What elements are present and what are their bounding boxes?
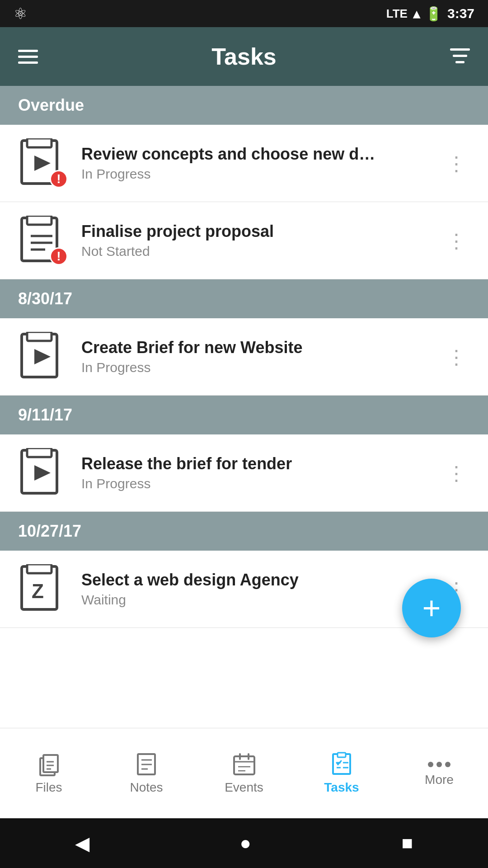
files-icon [37, 752, 61, 777]
section-header: 10/27/17 [0, 512, 488, 551]
nav-item-events[interactable]: Events [195, 752, 293, 795]
task-icon-wrap: ! [18, 138, 68, 188]
task-info: Finalise project proposalNot Started [81, 222, 442, 259]
task-icon-wrap: Z [18, 564, 68, 614]
svg-rect-2 [455, 61, 465, 63]
task-info: Release the brief for tenderIn Progress [81, 454, 442, 491]
add-task-fab[interactable]: + [402, 579, 461, 637]
task-status: In Progress [81, 476, 442, 491]
status-bar: ⚛ LTE ▴ 🔋 3:37 [0, 0, 488, 27]
task-options-button[interactable]: ⋮ [442, 341, 470, 373]
task-info: Select a web design AgencyWaiting [81, 571, 442, 608]
task-title: Finalise project proposal [81, 222, 442, 241]
status-bar-right: LTE ▴ 🔋 3:37 [386, 6, 474, 22]
task-icon-wrap [18, 332, 68, 382]
task-options-button[interactable]: ⋮ [442, 457, 470, 489]
svg-rect-1 [453, 55, 467, 57]
nav-item-more[interactable]: More [390, 760, 488, 787]
section-header: 9/11/17 [0, 396, 488, 434]
task-item[interactable]: Release the brief for tenderIn Progress⋮ [0, 434, 488, 512]
svg-rect-15 [27, 448, 52, 457]
task-item[interactable]: !Finalise project proposalNot Started⋮ [0, 202, 488, 279]
task-item[interactable]: !Review concepts and choose new d…In Pro… [0, 125, 488, 202]
task-status: In Progress [81, 166, 442, 182]
tasks-icon [329, 752, 354, 777]
lte-icon: LTE [386, 7, 408, 21]
task-title: Release the brief for tender [81, 454, 442, 473]
glasses-icon: ⚛ [14, 5, 27, 23]
nav-item-tasks[interactable]: Tasks [293, 752, 390, 795]
svg-text:Z: Z [32, 580, 44, 602]
svg-rect-12 [27, 332, 52, 341]
svg-point-43 [445, 762, 450, 767]
svg-rect-0 [450, 48, 470, 51]
notes-label: Notes [130, 780, 163, 795]
nav-item-files[interactable]: Files [0, 752, 98, 795]
task-options-button[interactable]: ⋮ [442, 225, 470, 257]
task-icon-wrap [18, 448, 68, 498]
svg-point-42 [436, 762, 442, 767]
task-item[interactable]: Create Brief for new WebsiteIn Progress⋮ [0, 318, 488, 396]
task-info: Review concepts and choose new d…In Prog… [81, 145, 442, 182]
task-title: Review concepts and choose new d… [81, 145, 442, 164]
status-bar-left: ⚛ [14, 5, 27, 23]
notes-icon [134, 752, 159, 777]
svg-rect-36 [338, 753, 346, 757]
task-status: In Progress [81, 360, 442, 375]
section-header: Overdue [0, 86, 488, 125]
page-title: Tasks [211, 43, 277, 70]
hamburger-menu[interactable] [18, 50, 38, 64]
svg-rect-4 [27, 138, 52, 147]
error-badge: ! [50, 247, 68, 265]
task-status: Not Started [81, 244, 442, 259]
time-display: 3:37 [447, 6, 474, 21]
task-title: Select a web design Agency [81, 571, 442, 590]
svg-rect-7 [27, 216, 52, 225]
svg-rect-18 [27, 564, 52, 573]
bottom-nav: Files Notes Events [0, 728, 488, 818]
task-options-button[interactable]: ⋮ [442, 147, 470, 179]
battery-icon: 🔋 [425, 6, 442, 22]
task-title: Create Brief for new Website [81, 338, 442, 357]
recent-button[interactable]: ■ [401, 832, 413, 854]
app-header: Tasks [0, 27, 488, 86]
home-button[interactable]: ● [240, 832, 251, 854]
events-label: Events [225, 780, 263, 795]
content-area: Overdue !Review concepts and choose new … [0, 86, 488, 728]
svg-rect-29 [234, 756, 254, 774]
back-button[interactable]: ◀ [75, 832, 89, 854]
filter-icon[interactable] [450, 48, 470, 65]
files-label: Files [35, 780, 62, 795]
svg-point-41 [428, 762, 433, 767]
error-badge: ! [50, 170, 68, 188]
tasks-label: Tasks [324, 780, 359, 795]
task-icon-wrap: ! [18, 216, 68, 265]
nav-item-notes[interactable]: Notes [98, 752, 195, 795]
android-nav: ◀ ● ■ [0, 818, 488, 868]
more-label: More [425, 773, 454, 787]
task-status: Waiting [81, 592, 442, 608]
more-icon [427, 760, 452, 769]
section-header: 8/30/17 [0, 279, 488, 318]
signal-icon: ▴ [413, 6, 420, 22]
events-icon [232, 752, 257, 777]
task-info: Create Brief for new WebsiteIn Progress [81, 338, 442, 375]
